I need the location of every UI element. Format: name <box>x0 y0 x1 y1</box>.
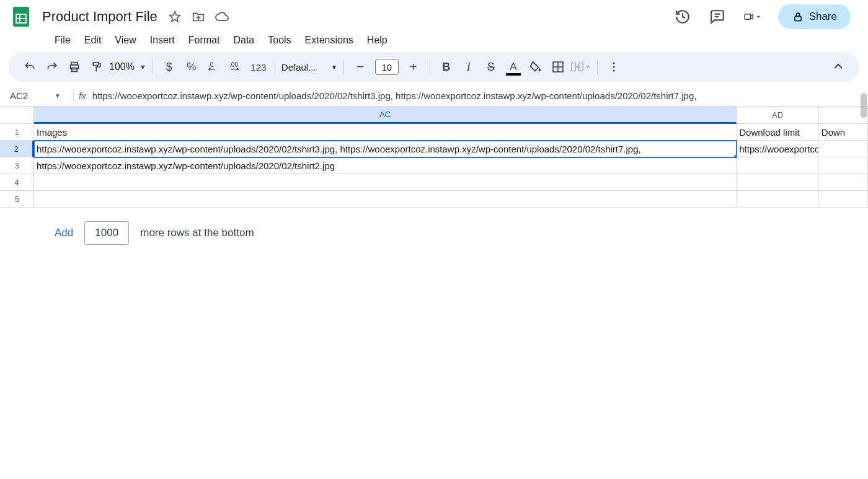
sheets-logo-icon[interactable] <box>9 4 33 29</box>
merge-cells-icon[interactable]: ▼ <box>570 57 591 77</box>
text-color-icon[interactable]: A <box>503 57 523 77</box>
redo-icon[interactable] <box>42 57 62 77</box>
menu-extensions[interactable]: Extensions <box>299 32 360 48</box>
zoom-select[interactable]: 100% ▼ <box>109 61 146 73</box>
paint-format-icon[interactable] <box>87 57 107 77</box>
move-icon[interactable] <box>191 9 206 24</box>
decrease-decimal-icon[interactable]: .0 <box>204 57 224 77</box>
increase-decimal-icon[interactable]: .00 <box>226 57 246 77</box>
number-format-button[interactable]: 123 <box>249 57 268 77</box>
italic-icon[interactable]: I <box>459 57 479 77</box>
svg-text:.0: .0 <box>208 61 214 68</box>
document-title[interactable]: Product Import File <box>38 7 161 26</box>
meet-icon[interactable] <box>743 8 761 25</box>
toolbar: 100% ▼ $ % .0 .00 123 Defaul... ▼ − 10 +… <box>9 52 859 82</box>
vertical-scrollbar[interactable] <box>861 93 867 118</box>
svg-point-25 <box>613 66 614 68</box>
cell-ad2[interactable]: https://wooexportcoz.in <box>737 141 819 157</box>
svg-marker-4 <box>170 12 180 22</box>
svg-marker-8 <box>750 14 753 19</box>
cell-ae4[interactable] <box>819 174 868 191</box>
currency-button[interactable]: $ <box>159 57 179 77</box>
menu-bar: File Edit View Insert Format Data Tools … <box>0 30 868 52</box>
cloud-status-icon[interactable] <box>215 9 229 24</box>
svg-marker-9 <box>757 16 760 18</box>
history-icon[interactable] <box>674 8 691 25</box>
svg-text:.00: .00 <box>229 61 238 68</box>
undo-icon[interactable] <box>20 57 40 77</box>
borders-icon[interactable] <box>548 57 568 77</box>
font-family-select[interactable]: Defaul... ▼ <box>281 62 337 73</box>
menu-help[interactable]: Help <box>361 32 394 48</box>
cell-ac5[interactable] <box>34 191 737 208</box>
svg-point-24 <box>613 62 614 64</box>
name-box[interactable]: AC2 ▼ <box>0 90 68 101</box>
add-rows-suffix: more rows at the bottom <box>140 227 254 239</box>
menu-insert[interactable]: Insert <box>144 32 181 48</box>
row-header-1[interactable]: 1 <box>0 124 34 141</box>
print-icon[interactable] <box>64 57 84 77</box>
bold-icon[interactable]: B <box>436 57 456 77</box>
cell-ac3[interactable]: https://wooexportcoz.instawp.xyz/wp-cont… <box>34 157 737 174</box>
cell-ac4[interactable] <box>34 174 737 191</box>
comment-icon[interactable] <box>709 8 726 25</box>
row-header-3[interactable]: 3 <box>0 157 34 174</box>
font-family-value: Defaul... <box>281 62 316 73</box>
svg-rect-7 <box>745 14 750 20</box>
cell-ad5[interactable] <box>737 191 819 208</box>
cell-ad1[interactable]: Download limit <box>737 124 819 141</box>
strikethrough-icon[interactable]: S <box>481 57 501 77</box>
more-icon[interactable] <box>604 57 624 77</box>
star-icon[interactable] <box>167 9 182 24</box>
row-header-4[interactable]: 4 <box>0 174 34 191</box>
cell-ae3[interactable] <box>819 157 868 174</box>
cell-ac1[interactable]: Images <box>34 124 737 141</box>
share-label: Share <box>809 11 837 23</box>
collapse-toolbar-icon[interactable] <box>828 57 848 77</box>
menu-data[interactable]: Data <box>227 32 260 48</box>
fill-color-icon[interactable] <box>526 57 546 77</box>
row-header-5[interactable]: 5 <box>0 191 34 208</box>
menu-tools[interactable]: Tools <box>262 32 297 48</box>
svg-rect-22 <box>572 63 575 71</box>
svg-rect-14 <box>93 63 98 66</box>
share-button[interactable]: Share <box>778 4 851 29</box>
col-header-ad[interactable]: AD <box>737 107 819 124</box>
cell-ae5[interactable] <box>819 191 868 208</box>
svg-rect-10 <box>795 16 801 20</box>
percent-button[interactable]: % <box>182 57 202 77</box>
cell-ae1[interactable]: Down <box>819 124 868 141</box>
svg-rect-0 <box>13 7 29 27</box>
cell-ad4[interactable] <box>737 174 819 191</box>
add-rows-count-input[interactable]: 1000 <box>84 221 129 245</box>
menu-view[interactable]: View <box>108 32 142 48</box>
menu-file[interactable]: File <box>48 32 77 48</box>
zoom-value: 100% <box>109 61 135 73</box>
col-header-ac[interactable]: AC <box>34 107 737 124</box>
cell-ac2[interactable]: https://wooexportcoz.instawp.xyz/wp-cont… <box>34 141 737 157</box>
cell-ad3[interactable] <box>737 157 819 174</box>
name-box-value: AC2 <box>10 90 28 101</box>
selection-handle[interactable] <box>733 154 737 157</box>
decrease-font-icon[interactable]: − <box>350 57 370 77</box>
select-all-corner[interactable] <box>0 107 34 124</box>
fx-icon: fx <box>79 90 86 101</box>
menu-edit[interactable]: Edit <box>78 32 108 48</box>
svg-point-26 <box>613 69 614 71</box>
formula-input[interactable]: https://wooexportcoz.instawp.xyz/wp-cont… <box>92 90 697 101</box>
add-rows-button[interactable]: Add <box>55 227 73 239</box>
increase-font-icon[interactable]: + <box>404 57 423 77</box>
cell-ae2[interactable] <box>819 141 868 157</box>
font-size-input[interactable]: 10 <box>375 59 399 75</box>
menu-format[interactable]: Format <box>182 32 226 48</box>
row-header-2[interactable]: 2 <box>0 141 34 157</box>
